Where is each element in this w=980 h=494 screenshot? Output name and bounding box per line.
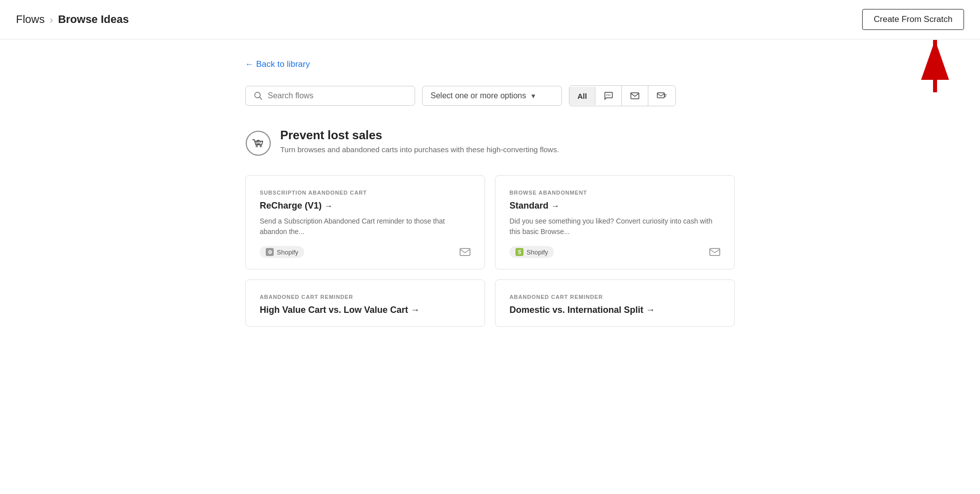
section-description: Turn browses and abandoned carts into pu… [280,145,559,154]
svg-rect-8 [657,93,664,98]
main-content: ← Back to library Select one or more opt… [215,39,765,347]
svg-point-11 [260,146,262,147]
arrow-icon-2: → [551,202,559,211]
filter-sms-button[interactable] [648,86,675,106]
section-title: Prevent lost sales [280,128,559,142]
card-title-3: High Value Cart vs. Low Value Cart → [260,305,471,315]
card-category-1: SUBSCRIPTION ABANDONED CART [260,190,471,196]
page-header: Flows › Browse Ideas Create From Scratch [0,0,980,39]
card-domestic[interactable]: ABANDONED CART REMINDER Domestic vs. Int… [495,279,735,327]
filter-email-button[interactable] [622,86,648,106]
search-box [245,86,415,106]
card-category-3: ABANDONED CART REMINDER [260,294,471,300]
card-tag-2: S Shopify [509,246,554,258]
cards-grid: SUBSCRIPTION ABANDONED CART ReCharge (V1… [245,175,735,327]
svg-point-5 [608,95,609,96]
card-desc-1: Send a Subscription Abandoned Cart remin… [260,216,471,237]
svg-rect-15 [710,248,720,255]
svg-line-3 [260,97,262,100]
filter-chat-button[interactable] [595,86,622,106]
shopify-icon-green-2: S [515,248,523,256]
red-arrow-annotation [895,30,950,97]
svg-point-6 [609,95,610,96]
breadcrumb-separator: › [49,14,53,25]
back-to-library-link[interactable]: ← Back to library [245,59,310,69]
chevron-down-icon: ▼ [530,92,536,100]
card-desc-2: Did you see something you liked? Convert… [509,216,720,237]
svg-point-4 [606,95,607,96]
search-icon [254,91,263,100]
svg-rect-14 [460,248,470,255]
sms-icon [656,91,667,101]
dropdown-label: Select one or more options [431,91,526,100]
email-icon-2 [709,248,720,256]
section-header: $ Prevent lost sales Turn browses and ab… [245,128,735,161]
shopify-icon-grey-1: ⚙ [266,248,274,256]
card-standard[interactable]: BROWSE ABANDONMENT Standard → Did you se… [495,175,735,269]
breadcrumb-current-page: Browse Ideas [58,13,129,26]
card-category-4: ABANDONED CART REMINDER [509,294,720,300]
card-footer-1: ⚙ Shopify [260,246,471,258]
arrow-icon-1: → [325,202,333,211]
card-footer-2: S Shopify [509,246,720,258]
email-icon-1 [460,248,471,256]
breadcrumb-flows: Flows [16,13,44,26]
section-text: Prevent lost sales Turn browses and aban… [280,128,559,154]
options-dropdown[interactable]: Select one or more options ▼ [422,86,562,106]
svg-point-10 [256,146,258,147]
card-high-value[interactable]: ABANDONED CART REMINDER High Value Cart … [245,279,485,327]
breadcrumb: Flows › Browse Ideas [16,13,129,26]
cart-icon: $ [245,130,271,161]
card-category-2: BROWSE ABANDONMENT [509,190,720,196]
card-tag-1: ⚙ Shopify [260,246,304,258]
card-title-1: ReCharge (V1) → [260,201,471,211]
email-icon [630,91,640,101]
filter-button-group: All [569,85,676,106]
search-input[interactable] [268,91,407,100]
card-title-2: Standard → [509,201,720,211]
filter-all-button[interactable]: All [569,87,595,105]
chat-icon [603,91,613,101]
svg-rect-7 [631,93,639,99]
create-from-scratch-button[interactable]: Create From Scratch [862,9,964,30]
card-title-4: Domestic vs. International Split → [509,305,720,315]
card-recharge[interactable]: SUBSCRIPTION ABANDONED CART ReCharge (V1… [245,175,485,269]
search-filter-row: Select one or more options ▼ All [245,85,735,106]
